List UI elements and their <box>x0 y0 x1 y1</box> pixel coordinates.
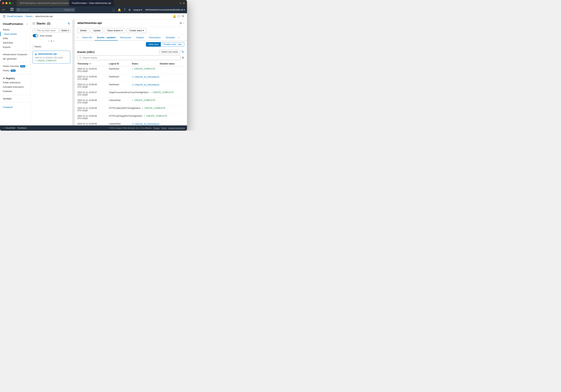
menu-icon[interactable]: ≡ <box>183 1 185 5</box>
cookie-preferences-link[interactable]: Cookie preferences <box>168 127 185 129</box>
aws-search-bar[interactable]: [Option+S] <box>16 8 75 12</box>
td-timestamp: 2024-12-11 15:05:50 UTC+0100 <box>77 75 109 80</box>
tabs-more-icon[interactable]: › <box>177 34 181 40</box>
tab-outputs[interactable]: Outputs <box>133 35 146 41</box>
settings-icon[interactable]: ⚙ <box>128 8 131 11</box>
close-button[interactable] <box>2 2 4 4</box>
update-button[interactable]: Update <box>91 28 103 33</box>
sidebar-item-publisher[interactable]: Publisher <box>0 89 30 94</box>
detect-root-cause-button[interactable]: Detect root cause <box>159 50 180 54</box>
region-selector[interactable]: Ireland ▾ <box>133 9 142 11</box>
events-refresh-icon[interactable]: ↻ <box>182 50 184 54</box>
sidebar-toggle-icon[interactable]: ☰ <box>3 14 6 18</box>
bottom-bar: ⬚ CloudShell Feedback © 2024, Amazon Web… <box>0 126 187 131</box>
sidebar-item-activated-extensions[interactable]: Activated extensions <box>0 85 30 89</box>
bell-icon[interactable]: 🔔 <box>118 8 121 11</box>
next-page-button[interactable]: › <box>54 39 54 42</box>
td-status: ✓CREATE_COMPLETE <box>150 91 178 96</box>
events-search-input[interactable] <box>83 56 179 59</box>
table-view-button[interactable]: Table view <box>146 42 161 46</box>
breadcrumb-cloudformation[interactable]: CloudFormation <box>7 15 23 18</box>
page-number: 1 <box>51 40 52 42</box>
sidebar-collapse-icon[interactable]: ‹ <box>27 22 28 25</box>
table-row[interactable]: 2024-12-11 15:05:49 UTC+0100 Dashboard ⓘ… <box>77 82 184 90</box>
stack-radio-button <box>35 53 37 55</box>
aws-search-input[interactable] <box>21 9 63 11</box>
minimize-button[interactable] <box>5 2 8 4</box>
tabs-prev-icon[interactable]: ‹ <box>76 34 80 40</box>
sidebar-item-infra-composer[interactable]: Infrastructure Composer <box>0 52 30 57</box>
filter-stack-input[interactable] <box>37 29 57 32</box>
td-detailed-status: - <box>170 107 184 112</box>
detail-settings-icon[interactable]: ⚙ <box>180 21 182 25</box>
sidebar-section-registry[interactable]: ▼ Registry <box>0 76 30 80</box>
tab-stack-info[interactable]: Stack info <box>80 35 95 41</box>
sidebar-item-public-extensions[interactable]: Public extensions <box>0 80 30 85</box>
terms-link[interactable]: Terms <box>161 127 167 129</box>
stack-status-text: CREATE_COMPLETE <box>37 60 56 62</box>
delete-button[interactable]: Delete <box>77 28 89 33</box>
tab-template[interactable]: Template <box>163 35 177 41</box>
sidebar-item-drifts[interactable]: Drifts <box>0 36 30 41</box>
user-menu[interactable]: AdministratorAccess/andreas@widdix.de ▾ <box>145 9 185 11</box>
tab-events-updated[interactable]: Events - updated <box>95 35 118 41</box>
sidebar-item-spotlight[interactable]: Spotlight <box>0 96 30 101</box>
events-settings-icon[interactable]: ⚙ <box>182 56 184 59</box>
add-tab-icon[interactable]: + <box>180 1 182 5</box>
help-icon[interactable]: ? <box>124 8 126 11</box>
nav-icons: ⬚ 🔔 ? ⚙ Ireland ▾ AdministratorAccess/an… <box>112 8 185 11</box>
events-search-bar[interactable] <box>77 55 181 60</box>
privacy-link[interactable]: Privacy <box>153 127 160 129</box>
stack-card-attachmentav-api[interactable]: attachmentav-api 2024-12-11 15:02:01 UTC… <box>33 51 70 64</box>
maximize-button[interactable] <box>9 2 11 4</box>
breadcrumb-stacks[interactable]: Stacks <box>26 15 32 18</box>
table-row[interactable]: 2024-12-11 15:05:46 UTC+0100 ListenerRul… <box>77 98 184 106</box>
services-grid-icon[interactable] <box>11 8 14 12</box>
table-row[interactable]: 2024-12-11 15:05:50 UTC+0100 Dashboard ⓘ… <box>77 74 184 82</box>
settings-right-icon[interactable]: ⚙ <box>182 14 184 18</box>
sidebar-item-hooks-overview[interactable]: Hooks overview New <box>0 64 30 68</box>
table-row[interactable]: 2024-12-11 15:05:47 UTC+0100 TargetConne… <box>77 90 184 98</box>
bottom-feedback-link[interactable]: Feedback <box>17 127 27 129</box>
tab-resources[interactable]: Resources <box>118 35 133 41</box>
filter-status-dropdown[interactable]: Active ▾ <box>60 29 70 33</box>
events-title-text: Events <box>77 51 86 53</box>
stacks-refresh-icon[interactable]: ↻ <box>68 22 70 25</box>
table-row[interactable]: 2024-12-11 15:05:46 UTC+0100 HTTPCodeTar… <box>77 113 184 121</box>
table-row[interactable]: 2024-12-11 15:05:46 UTC+0100 ListenerRul… <box>77 121 184 126</box>
sort-timestamp-icon[interactable]: ▼ <box>89 63 91 65</box>
table-row[interactable]: 2024-12-11 15:05:52 UTC+0100 Dashboard ✓… <box>77 66 184 74</box>
user-label: AdministratorAccess/andreas@widdix.de <box>145 9 183 11</box>
stack-actions-button[interactable]: Stack actions ▾ <box>105 28 125 33</box>
detail-header: attachmentav-api ⚙ › <box>75 20 187 27</box>
tab-cloudformation[interactable]: CloudFormation – Stack attachmentav-api <box>69 0 114 6</box>
feedback-link[interactable]: Feedback <box>3 106 13 108</box>
sidebar-item-iac-generator[interactable]: IaC generator <box>0 57 30 61</box>
tab-marketplace[interactable]: AWS Marketplace: attachmentAV powered by… <box>17 0 69 6</box>
bottom-feedback-label: Feedback <box>17 127 27 129</box>
tab-parameters[interactable]: Parameters <box>146 35 163 41</box>
detail-next-icon[interactable]: › <box>183 21 184 25</box>
sidebar-item-stacksets[interactable]: StackSets <box>0 41 30 45</box>
terminal-icon[interactable]: ⬚ <box>112 8 115 11</box>
cloudshell-label: CloudShell <box>5 127 15 129</box>
info-icon[interactable]: ⓘ <box>178 14 180 18</box>
create-stack-button[interactable]: Create stack ▾ <box>127 28 147 33</box>
cloudshell-button[interactable]: ⬚ CloudShell <box>2 127 15 129</box>
collapse-handle[interactable]: ⋮ <box>73 20 75 126</box>
prev-page-button[interactable]: ‹ <box>49 39 49 42</box>
detail-panel: attachmentav-api ⚙ › Delete Update Stack… <box>75 20 187 126</box>
notification-icon[interactable]: 🔔 <box>173 14 176 18</box>
sidebar-item-hooks[interactable]: Hooks New <box>0 68 30 73</box>
stacks-title: Stacks <box>36 22 46 25</box>
back-icon[interactable]: ‹ <box>12 1 13 5</box>
title-bar: ‹ AWS Marketplace: attachmentAV powered … <box>0 0 187 6</box>
table-row[interactable]: 2024-12-11 15:05:46 UTC+0100 HTTPCodeELB… <box>77 106 184 113</box>
events-search-icon <box>79 57 82 59</box>
sidebar-item-stack-details[interactable]: Stack details <box>0 32 30 36</box>
sidebar-item-stacks[interactable]: Stacks <box>0 27 30 32</box>
timeline-view-button[interactable]: Timeline view - new <box>161 42 184 46</box>
view-nested-toggle[interactable] <box>33 34 38 37</box>
sidebar-item-exports[interactable]: Exports <box>0 45 30 49</box>
main-layout: CloudFormation ‹ Stacks Stack details Dr… <box>0 20 187 126</box>
